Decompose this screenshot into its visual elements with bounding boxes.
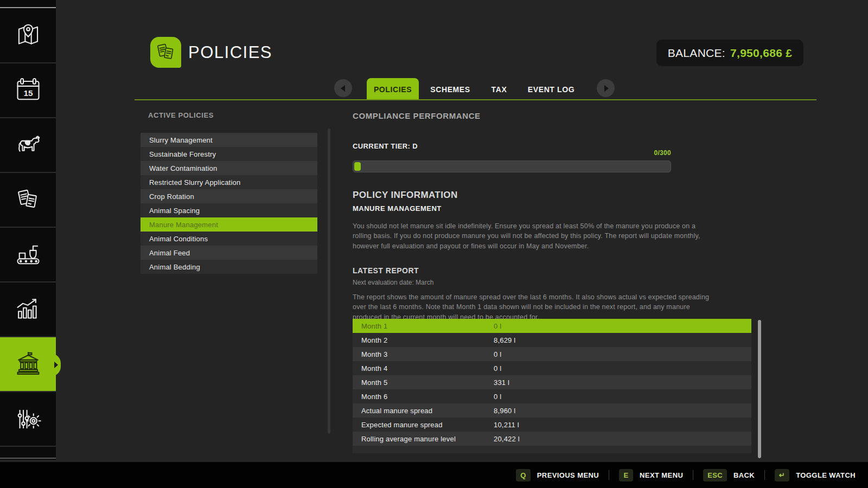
- tab-underline: [135, 99, 816, 100]
- policy-name-heading: MANURE MANAGEMENT: [353, 204, 442, 213]
- hint-label: TOGGLE WATCH: [796, 471, 856, 479]
- row-value: 0 l: [494, 393, 501, 401]
- bank-icon: [14, 350, 42, 378]
- policies-page-icon: [150, 37, 181, 68]
- policy-description: You should not let manure sit idle indef…: [353, 221, 712, 251]
- policy-item-crop-rotation[interactable]: Crop Rotation: [141, 189, 317, 203]
- policy-information-heading: POLICY INFORMATION: [353, 190, 458, 201]
- sidebar-bottom-divider: [0, 458, 56, 459]
- row-label: Month 2: [361, 336, 387, 344]
- hint-back[interactable]: ESC BACK: [703, 469, 764, 481]
- row-label: Month 1: [361, 322, 387, 330]
- table-row-month-1[interactable]: Month 1 0 l: [353, 319, 751, 333]
- table-row-clipped: [353, 446, 751, 453]
- report-scrollbar[interactable]: [758, 320, 761, 458]
- tab-tax[interactable]: TAX: [472, 78, 526, 100]
- sidebar-item-map[interactable]: [0, 9, 56, 63]
- hint-previous-menu[interactable]: Q PREVIOUS MENU: [516, 469, 609, 481]
- row-value: 20,422 l: [494, 435, 520, 443]
- table-row-month-3[interactable]: Month 3 0 l: [353, 347, 751, 361]
- policy-item-water-contamination[interactable]: Water Contamination: [141, 161, 317, 175]
- row-value: 10,211 l: [494, 421, 519, 429]
- policies-screen: 15: [0, 0, 868, 488]
- table-row-actual-manure-spread[interactable]: Actual manure spread 8,960 l: [353, 403, 751, 418]
- compliance-progress-fill: [354, 162, 361, 171]
- sidebar-item-calendar[interactable]: 15: [0, 63, 56, 118]
- policy-item-sustainable-forestry[interactable]: Sustainable Forestry: [141, 147, 317, 161]
- active-item-arrow-icon: [54, 362, 58, 368]
- row-label: Month 3: [361, 350, 387, 358]
- documents-icon: [14, 186, 42, 214]
- left-arrow-icon: [341, 85, 345, 92]
- policy-list-scrollbar[interactable]: [328, 129, 330, 434]
- tab-event-log[interactable]: EVENT LOG: [521, 78, 582, 100]
- policy-item-animal-conditions[interactable]: Animal Conditions: [141, 232, 317, 246]
- row-label: Month 4: [361, 364, 387, 373]
- table-row-expected-manure-spread[interactable]: Expected manure spread 10,211 l: [353, 418, 751, 432]
- production-line-icon: [14, 241, 42, 269]
- policy-item-animal-bedding[interactable]: Animal Bedding: [141, 260, 317, 274]
- tabs-prev-button[interactable]: [334, 79, 352, 97]
- row-label: Rolling average manure level: [361, 435, 456, 443]
- active-policies-heading: ACTIVE POLICIES: [148, 111, 214, 119]
- compliance-progress-bar: [353, 160, 671, 172]
- enter-key-icon: ↵: [775, 469, 789, 481]
- table-row-rolling-average-manure-level[interactable]: Rolling average manure level 20,422 l: [353, 432, 751, 446]
- row-label: Month 5: [361, 378, 387, 387]
- hint-divider: [764, 470, 765, 480]
- key-q-badge: Q: [516, 469, 530, 481]
- policy-item-animal-feed[interactable]: Animal Feed: [141, 246, 317, 260]
- hint-divider: [693, 470, 693, 480]
- table-row-month-2[interactable]: Month 2 8,629 l: [353, 333, 751, 347]
- balance-display: BALANCE: 7,950,686 £: [656, 40, 803, 66]
- compliance-heading: COMPLIANCE PERFORMANCE: [353, 111, 481, 120]
- manure-report-table: Month 1 0 l Month 2 8,629 l Month 3 0 l …: [353, 319, 751, 453]
- table-row-month-4[interactable]: Month 4 0 l: [353, 361, 751, 375]
- tab-policies[interactable]: POLICIES: [367, 78, 419, 100]
- policy-item-animal-spacing[interactable]: Animal Spacing: [141, 203, 317, 217]
- page-title: POLICIES: [188, 43, 272, 62]
- statistics-icon: [14, 296, 42, 324]
- row-label: Expected manure spread: [361, 421, 443, 429]
- latest-report-heading: LATEST REPORT: [353, 266, 419, 275]
- policy-item-slurry-management[interactable]: Slurry Management: [141, 133, 317, 147]
- settings-sliders-icon: [14, 405, 42, 433]
- hint-next-menu[interactable]: E NEXT MENU: [619, 469, 693, 481]
- hint-label: BACK: [733, 471, 755, 479]
- policy-item-restricted-slurry-application[interactable]: Restricted Slurry Application: [141, 175, 317, 189]
- policies-documents-icon: [154, 41, 178, 65]
- sidebar-item-settings[interactable]: [0, 392, 56, 447]
- compliance-progress-count: 0/300: [353, 149, 671, 157]
- row-value: 8,629 l: [494, 336, 515, 344]
- sidebar-item-statistics[interactable]: [0, 282, 56, 337]
- row-value: 0 l: [494, 364, 501, 373]
- hint-label: NEXT MENU: [640, 471, 683, 479]
- sidebar-item-finances[interactable]: [0, 337, 56, 392]
- key-esc-badge: ESC: [703, 469, 727, 481]
- sidebar-top-divider: [0, 7, 56, 8]
- hint-divider: [609, 470, 609, 480]
- next-evaluation-date: Next evaluation date: March: [353, 279, 433, 286]
- hint-toggle-watch[interactable]: ↵ TOGGLE WATCH: [775, 469, 856, 481]
- table-row-month-5[interactable]: Month 5 331 l: [353, 375, 751, 389]
- cow-icon: [14, 131, 42, 159]
- main-menu-sidebar: 15: [0, 0, 56, 460]
- right-arrow-icon: [604, 85, 609, 92]
- sidebar-item-contracts[interactable]: [0, 173, 56, 228]
- sidebar-item-animals[interactable]: [0, 118, 56, 173]
- row-label: Month 6: [361, 393, 387, 401]
- sidebar-item-production[interactable]: [0, 228, 56, 282]
- map-icon: [14, 22, 42, 50]
- tab-schemes[interactable]: SCHEMES: [423, 78, 477, 100]
- balance-label: BALANCE:: [668, 47, 725, 60]
- active-policies-list: Slurry Management Sustainable Forestry W…: [141, 133, 317, 274]
- calendar-icon: 15: [14, 76, 42, 105]
- tabs-next-button[interactable]: [597, 79, 615, 97]
- row-value: 0 l: [494, 350, 501, 358]
- key-hints-bar: Q PREVIOUS MENU E NEXT MENU ESC BACK ↵ T…: [0, 462, 868, 488]
- row-label: Actual manure spread: [361, 407, 432, 415]
- policy-item-manure-management[interactable]: Manure Management: [141, 217, 317, 232]
- table-row-month-6[interactable]: Month 6 0 l: [353, 389, 751, 403]
- row-value: 331 l: [494, 378, 509, 387]
- svg-text:15: 15: [23, 88, 33, 97]
